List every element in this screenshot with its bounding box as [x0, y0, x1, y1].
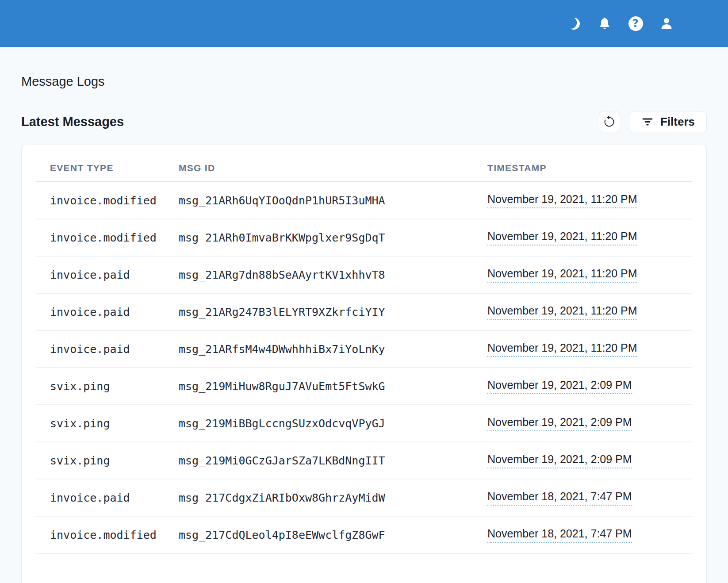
- cell-timestamp: November 19, 2021, 11:20 PM: [473, 256, 692, 293]
- cell-timestamp: November 19, 2021, 2:09 PM: [473, 405, 692, 442]
- timestamp-text[interactable]: November 19, 2021, 11:20 PM: [487, 193, 637, 208]
- cell-msg-id: msg_219Mi0GCzGJarSZa7LKBdNngIIT: [165, 442, 473, 479]
- cell-event-type: svix.ping: [36, 405, 165, 442]
- table-row[interactable]: invoice.modified msg_21ARh0ImvaBrKKWpglx…: [36, 219, 692, 256]
- table-row[interactable]: invoice.paid msg_21ARg247B3lELYRT9XZkrfc…: [36, 293, 692, 330]
- cell-timestamp: November 18, 2021, 7:47 PM: [473, 479, 692, 516]
- cell-timestamp: November 19, 2021, 11:20 PM: [473, 293, 692, 330]
- timestamp-text[interactable]: November 19, 2021, 11:20 PM: [487, 230, 637, 245]
- cell-event-type: invoice.paid: [36, 330, 165, 368]
- dark-mode-icon[interactable]: [566, 16, 581, 31]
- filters-button[interactable]: Filters: [629, 111, 707, 132]
- timestamp-text[interactable]: November 18, 2021, 7:47 PM: [487, 527, 632, 543]
- cell-msg-id: msg_217CdgxZiARIbOxw8GhrzAyMidW: [165, 479, 473, 516]
- messages-table-card: EVENT TYPE MSG ID TIMESTAMP invoice.modi…: [21, 145, 707, 583]
- cell-event-type: invoice.paid: [36, 479, 165, 516]
- timestamp-text[interactable]: November 19, 2021, 2:09 PM: [487, 416, 632, 431]
- table-row[interactable]: svix.ping msg_219MiHuw8RguJ7AVuEmt5FtSwk…: [36, 368, 692, 405]
- table-row[interactable]: invoice.paid msg_217CdgxZiARIbOxw8GhrzAy…: [36, 479, 692, 516]
- table-row[interactable]: invoice.paid msg_21ARfsM4w4DWwhhhiBx7iYo…: [36, 330, 692, 368]
- cell-timestamp: November 19, 2021, 2:09 PM: [473, 368, 692, 405]
- main-content: Message Logs Latest Messages: [0, 74, 728, 583]
- section-title: Latest Messages: [21, 115, 124, 129]
- account-icon[interactable]: [659, 16, 674, 31]
- page-title: Message Logs: [21, 74, 707, 89]
- table-body: invoice.modified msg_21ARh6UqYIOoQdnP1hU…: [36, 182, 692, 553]
- column-header-timestamp: TIMESTAMP: [473, 149, 692, 182]
- refresh-ccw-icon: [603, 115, 616, 128]
- notifications-icon[interactable]: [597, 16, 612, 31]
- cell-msg-id: msg_21ARg7dn88bSeAAyrtKV1xhhvT8: [165, 256, 473, 293]
- table-row[interactable]: svix.ping msg_219Mi0GCzGJarSZa7LKBdNngII…: [36, 442, 692, 479]
- cell-msg-id: msg_217CdQLeol4pI8eEWwclfgZ8GwF: [165, 516, 473, 553]
- table-header-row: EVENT TYPE MSG ID TIMESTAMP: [36, 149, 692, 182]
- table-row[interactable]: svix.ping msg_219MiBBgLccngSUzxOdcvqVPyG…: [36, 405, 692, 442]
- refresh-button[interactable]: [599, 111, 620, 132]
- table-row[interactable]: invoice.paid msg_21ARg7dn88bSeAAyrtKV1xh…: [36, 256, 692, 293]
- cell-msg-id: msg_21ARfsM4w4DWwhhhiBx7iYoLnKy: [165, 330, 473, 368]
- cell-event-type: svix.ping: [36, 368, 165, 405]
- cell-timestamp: November 18, 2021, 7:47 PM: [473, 516, 692, 553]
- cell-msg-id: msg_21ARh6UqYIOoQdnP1hUR5I3uMHA: [165, 182, 473, 219]
- messages-table: EVENT TYPE MSG ID TIMESTAMP invoice.modi…: [36, 149, 692, 554]
- timestamp-text[interactable]: November 19, 2021, 11:20 PM: [487, 304, 637, 320]
- timestamp-text[interactable]: November 18, 2021, 7:47 PM: [487, 490, 632, 506]
- cell-event-type: invoice.modified: [36, 219, 165, 256]
- cell-event-type: invoice.modified: [36, 516, 165, 553]
- cell-msg-id: msg_21ARh0ImvaBrKKWpglxer9SgDqT: [165, 219, 473, 256]
- filter-lines-icon: [641, 115, 654, 128]
- table-row[interactable]: invoice.modified msg_217CdQLeol4pI8eEWwc…: [36, 516, 692, 553]
- cell-event-type: invoice.paid: [36, 256, 165, 293]
- help-icon[interactable]: ?: [628, 16, 643, 31]
- help-glyph: ?: [628, 16, 643, 31]
- cell-msg-id: msg_219MiHuw8RguJ7AVuEmt5FtSwkG: [165, 368, 473, 405]
- cell-event-type: invoice.modified: [36, 182, 165, 219]
- timestamp-text[interactable]: November 19, 2021, 2:09 PM: [487, 453, 632, 468]
- timestamp-text[interactable]: November 19, 2021, 11:20 PM: [487, 341, 637, 357]
- table-row[interactable]: invoice.modified msg_21ARh6UqYIOoQdnP1hU…: [36, 182, 692, 219]
- cell-msg-id: msg_21ARg247B3lELYRT9XZkrfciYIY: [165, 293, 473, 330]
- cell-event-type: svix.ping: [36, 442, 165, 479]
- topbar: ?: [0, 0, 728, 47]
- cell-msg-id: msg_219MiBBgLccngSUzxOdcvqVPyGJ: [165, 405, 473, 442]
- filters-button-label: Filters: [660, 115, 695, 129]
- cell-timestamp: November 19, 2021, 11:20 PM: [473, 219, 692, 256]
- cell-timestamp: November 19, 2021, 2:09 PM: [473, 442, 692, 479]
- toolbar: Filters: [599, 111, 707, 132]
- column-header-event-type: EVENT TYPE: [36, 149, 165, 182]
- section-header: Latest Messages Filte: [21, 111, 707, 132]
- cell-timestamp: November 19, 2021, 11:20 PM: [473, 182, 692, 219]
- cell-event-type: invoice.paid: [36, 293, 165, 330]
- timestamp-text[interactable]: November 19, 2021, 2:09 PM: [487, 379, 632, 394]
- timestamp-text[interactable]: November 19, 2021, 11:20 PM: [487, 267, 637, 283]
- cell-timestamp: November 19, 2021, 11:20 PM: [473, 330, 692, 368]
- column-header-msg-id: MSG ID: [165, 149, 473, 182]
